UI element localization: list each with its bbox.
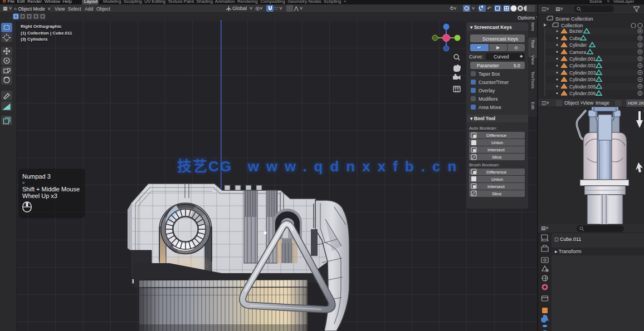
svg-text:Cylinder.001: Cylinder.001 bbox=[569, 56, 596, 62]
svg-text:Collection: Collection bbox=[561, 23, 583, 28]
svg-text:Cylinder.005: Cylinder.005 bbox=[569, 84, 596, 90]
svg-text:Cylinder.002: Cylinder.002 bbox=[569, 63, 596, 68]
svg-text:Cube: Cube bbox=[569, 36, 581, 41]
svg-text:Cylinder: Cylinder bbox=[569, 42, 587, 48]
svg-text:Scene Collection: Scene Collection bbox=[555, 16, 593, 22]
svg-text:Camera: Camera bbox=[569, 50, 587, 55]
svg-text:Cylinder.004: Cylinder.004 bbox=[569, 77, 596, 82]
svg-text:Cylinder.003: Cylinder.003 bbox=[569, 70, 596, 76]
svg-text:Cylinder.006: Cylinder.006 bbox=[569, 91, 596, 96]
svg-text:Bezier: Bezier bbox=[569, 28, 583, 34]
